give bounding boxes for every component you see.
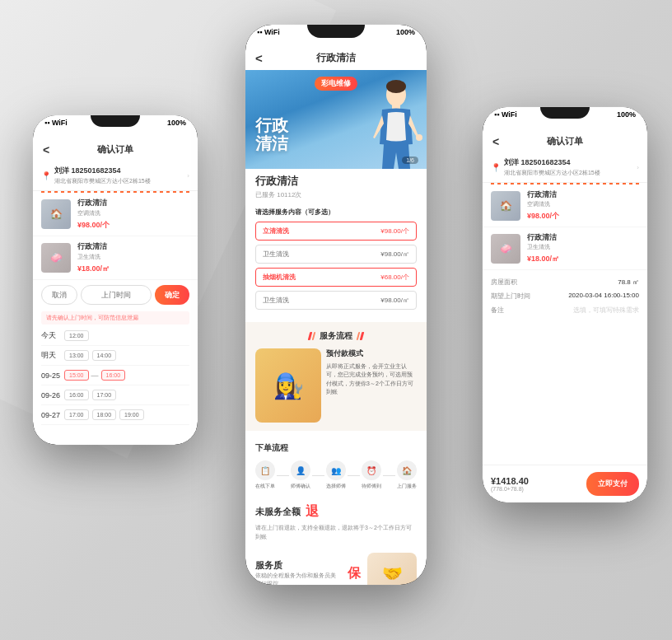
middle-step-3: 👥 选择师傅	[326, 460, 346, 490]
right-item-price-2: ¥18.00/㎡	[527, 254, 639, 264]
right-address-info: 刘洋 182501682354 湖北省襄阳市樊城区方达小区2栋15楼	[504, 157, 637, 177]
middle-process-steps: 📋 在线下单 👤 师傅确认 👥 选择师傅 ⏰	[255, 460, 417, 490]
left-address-section[interactable]: 📍 刘洋 182501682354 湖北省襄阳市樊城区方达小区2栋15楼 ›	[33, 161, 198, 191]
right-title: 确认订单	[547, 135, 583, 147]
right-order-item-1: 行政清洁 空调清洗 ¥98.00/个	[483, 185, 647, 227]
middle-step-conn-1	[277, 475, 289, 476]
left-header: < 确认订单	[33, 128, 198, 161]
left-slots-0926: 16:00 17:00	[64, 390, 116, 400]
middle-back-button[interactable]: <	[255, 51, 263, 65]
middle-step-conn-2	[312, 475, 324, 476]
middle-guarantee-label: 保	[348, 565, 361, 582]
left-slot-1300[interactable]: 13:00	[64, 350, 89, 361]
middle-option-3[interactable]: 抽烟机清洗 ¥68.00/个	[255, 268, 417, 287]
middle-option-4[interactable]: 卫生清洗 ¥98.00/㎡	[255, 291, 417, 310]
middle-screen[interactable]: ▪▪ WiFi 100% < 行政清洁 彩电维修 行政 清洁	[245, 25, 427, 585]
middle-payment-title: 预付款模式	[326, 348, 417, 360]
left-slot-1600[interactable]: 16:00	[101, 370, 126, 381]
left-slot-1500[interactable]: 15:00	[64, 370, 89, 381]
middle-option-3-name: 抽烟机清洗	[263, 273, 296, 281]
middle-service-flow: 服务流程 👩‍🔧 预付款模式 从即将正式服务，会开立业主认可，您已完成业务预约，…	[245, 322, 427, 431]
right-pay-total: ¥1418.40 (778.0+78.8)	[491, 476, 586, 492]
right-time-label: 期望上门时间	[491, 292, 530, 301]
right-area-label: 房屋面积	[491, 278, 517, 287]
middle-red-bar-2	[312, 332, 316, 340]
middle-title: 行政清洁	[316, 51, 356, 65]
left-day-today: 今天	[41, 330, 64, 341]
middle-step-4-icon: ⏰	[362, 460, 381, 480]
middle-hero-pagination: 1/6	[402, 156, 418, 164]
right-screen: ▪▪ WiFi 100% < 确认订单 📍 刘洋 182501682354 湖北…	[483, 107, 647, 502]
left-item-sub-1: 空调清洗	[77, 209, 189, 217]
middle-step-5-label: 上门服务	[397, 483, 417, 490]
left-time-row-0927: 09-27 17:00 18:00 19:00	[41, 405, 189, 425]
middle-option-2[interactable]: 卫生清洗 ¥98.00/㎡	[255, 245, 417, 264]
right-remarks: 备注 选填，可填写特殊需求	[491, 303, 639, 317]
left-time-section: 取消 上门时间 确定	[33, 280, 198, 310]
left-slot-1900[interactable]: 19:00	[119, 409, 144, 420]
right-pay-button[interactable]: 立即支付	[586, 472, 639, 496]
left-day-0926: 09-26	[41, 391, 64, 399]
middle-flow-image: 👩‍🔧	[255, 348, 321, 423]
left-slot-1200[interactable]: 12:00	[64, 330, 89, 341]
middle-process-title: 下单流程	[255, 442, 417, 454]
middle-option-1[interactable]: 立清清洗 ¥98.00/个	[255, 222, 417, 241]
middle-refund-label-refund: 退	[306, 503, 319, 521]
middle-step-1-label: 在线下单	[255, 483, 275, 490]
right-item-sub-1: 空调清洗	[527, 200, 639, 208]
left-order-item-2: 行政清洁 卫生清洗 ¥18.00/㎡	[33, 236, 198, 280]
left-time-row-today: 今天 12:00	[41, 326, 189, 346]
right-remarks-value: 选填，可填写特殊需求	[573, 306, 639, 315]
middle-option-4-name: 卫生清洗	[263, 297, 289, 304]
left-range-0925: 15:00 — 16:00	[64, 370, 125, 381]
left-time-button[interactable]: 上门时间	[81, 285, 152, 305]
middle-flow-deco-left	[309, 332, 315, 340]
middle-hero-line1: 行政	[255, 116, 288, 134]
left-item-name-2: 行政清洁	[77, 241, 189, 252]
right-address-section[interactable]: 📍 刘洋 182501682354 湖北省襄阳市樊城区方达小区2栋15楼 ›	[483, 152, 647, 183]
middle-step-5-icon: 🏠	[397, 460, 417, 480]
middle-hero-person	[365, 78, 427, 169]
svg-point-1	[386, 80, 406, 93]
left-cancel-button[interactable]: 取消	[41, 285, 77, 305]
left-phone: ▪▪ WiFi 100% < 确认订单 📍 刘洋 182501682354 湖北…	[33, 115, 198, 445]
right-time-value: 2020-03-04 16:00-15:00	[568, 292, 639, 301]
left-title: 确认订单	[97, 143, 133, 156]
middle-refund-label-prefix: 未服务全额	[255, 506, 301, 518]
middle-option-2-name: 卫生清洗	[263, 250, 289, 258]
middle-step-3-label: 选择师傅	[326, 483, 346, 490]
right-user-name: 刘洋 182501682354	[504, 157, 637, 168]
left-screen: ▪▪ WiFi 100% < 确认订单 📍 刘洋 182501682354 湖北…	[33, 115, 198, 445]
left-slot-1700[interactable]: 17:00	[92, 390, 117, 400]
middle-option-4-price: ¥98.00/㎡	[380, 296, 409, 305]
left-day-0927: 09-27	[41, 411, 64, 419]
left-back-button[interactable]: <	[43, 143, 49, 156]
right-pay-breakdown: (778.0+78.8)	[491, 486, 586, 492]
right-address-arrow: ›	[637, 164, 639, 171]
right-item-img-1	[491, 191, 520, 221]
right-item-name-2: 行政清洁	[527, 232, 639, 243]
svg-point-3	[416, 134, 422, 141]
middle-hero-text: 行政 清洁	[255, 116, 288, 152]
left-slot-1800[interactable]: 18:00	[92, 409, 117, 420]
right-notch	[540, 107, 590, 119]
right-order-item-2: 行政清洁 卫生清洗 ¥18.00/㎡	[483, 227, 647, 270]
left-time-row-tomorrow: 明天 13:00 14:00	[41, 346, 189, 366]
left-signal: ▪▪ WiFi	[44, 119, 68, 127]
middle-step-1-icon: 📋	[255, 460, 275, 480]
right-item-sub-2: 卫生清洗	[527, 243, 639, 251]
left-pin-icon: 📍	[41, 171, 51, 180]
middle-service-name: 行政清洁	[255, 174, 417, 189]
left-slot-1400[interactable]: 14:00	[92, 350, 117, 361]
left-slots-today: 12:00	[64, 330, 89, 341]
left-slots-0927: 17:00 18:00 19:00	[64, 409, 144, 420]
middle-step-4: ⏰ 待师傅到	[362, 460, 381, 490]
left-battery: 100%	[167, 119, 186, 127]
left-slot-1600b[interactable]: 16:00	[64, 390, 89, 400]
middle-step-conn-4	[383, 475, 395, 476]
middle-flow-title-text: 服务流程	[320, 330, 352, 342]
left-slot-1700b[interactable]: 17:00	[64, 409, 89, 420]
right-back-button[interactable]: <	[492, 135, 499, 148]
middle-red-bar-4	[360, 332, 365, 340]
left-confirm-button[interactable]: 确定	[155, 285, 189, 305]
